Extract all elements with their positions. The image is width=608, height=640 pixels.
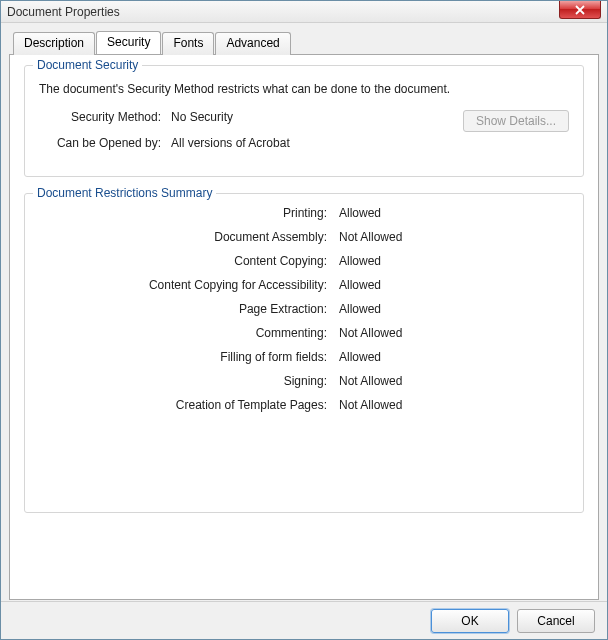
restriction-label: Content Copying: [39, 254, 339, 268]
tab-fonts[interactable]: Fonts [162, 32, 214, 55]
tab-panel-security: Document Security The document's Securit… [9, 54, 599, 600]
restriction-label: Printing: [39, 206, 339, 220]
document-security-title: Document Security [33, 58, 142, 72]
restriction-row: Document Assembly: Not Allowed [39, 230, 569, 244]
restriction-row: Creation of Template Pages: Not Allowed [39, 398, 569, 412]
restriction-row: Content Copying: Allowed [39, 254, 569, 268]
security-description: The document's Security Method restricts… [39, 82, 569, 96]
restriction-label: Content Copying for Accessibility: [39, 278, 339, 292]
restriction-value: Allowed [339, 302, 381, 316]
restriction-row: Filling of form fields: Allowed [39, 350, 569, 364]
close-icon [574, 5, 586, 15]
restrictions-group: Document Restrictions Summary Printing: … [24, 193, 584, 513]
restriction-value: Allowed [339, 206, 381, 220]
dialog-window: Document Properties Description Security… [0, 0, 608, 640]
opened-by-label: Can be Opened by: [39, 136, 171, 150]
restriction-value: Allowed [339, 278, 381, 292]
opened-by-row: Can be Opened by: All versions of Acroba… [39, 136, 569, 150]
tab-security[interactable]: Security [96, 31, 161, 54]
tab-description[interactable]: Description [13, 32, 95, 55]
restriction-value: Allowed [339, 254, 381, 268]
close-button[interactable] [559, 1, 601, 19]
opened-by-value: All versions of Acrobat [171, 136, 569, 150]
restriction-label: Filling of form fields: [39, 350, 339, 364]
titlebar: Document Properties [1, 1, 607, 23]
cancel-button[interactable]: Cancel [517, 609, 595, 633]
restriction-value: Allowed [339, 350, 381, 364]
ok-button[interactable]: OK [431, 609, 509, 633]
restriction-row: Content Copying for Accessibility: Allow… [39, 278, 569, 292]
restrictions-title: Document Restrictions Summary [33, 186, 216, 200]
security-method-label: Security Method: [39, 110, 171, 124]
restriction-row: Printing: Allowed [39, 206, 569, 220]
restriction-label: Signing: [39, 374, 339, 388]
restriction-label: Commenting: [39, 326, 339, 340]
content-area: Description Security Fonts Advanced Docu… [1, 23, 607, 601]
restriction-label: Page Extraction: [39, 302, 339, 316]
restriction-row: Commenting: Not Allowed [39, 326, 569, 340]
restriction-label: Creation of Template Pages: [39, 398, 339, 412]
dialog-footer: OK Cancel [1, 601, 607, 639]
restriction-value: Not Allowed [339, 374, 402, 388]
window-title: Document Properties [7, 5, 120, 19]
restriction-value: Not Allowed [339, 398, 402, 412]
restriction-value: Not Allowed [339, 326, 402, 340]
tab-advanced[interactable]: Advanced [215, 32, 290, 55]
document-security-group: Document Security The document's Securit… [24, 65, 584, 177]
restriction-value: Not Allowed [339, 230, 402, 244]
restriction-row: Signing: Not Allowed [39, 374, 569, 388]
restriction-label: Document Assembly: [39, 230, 339, 244]
show-details-button: Show Details... [463, 110, 569, 132]
restriction-row: Page Extraction: Allowed [39, 302, 569, 316]
tab-row: Description Security Fonts Advanced [13, 31, 599, 54]
